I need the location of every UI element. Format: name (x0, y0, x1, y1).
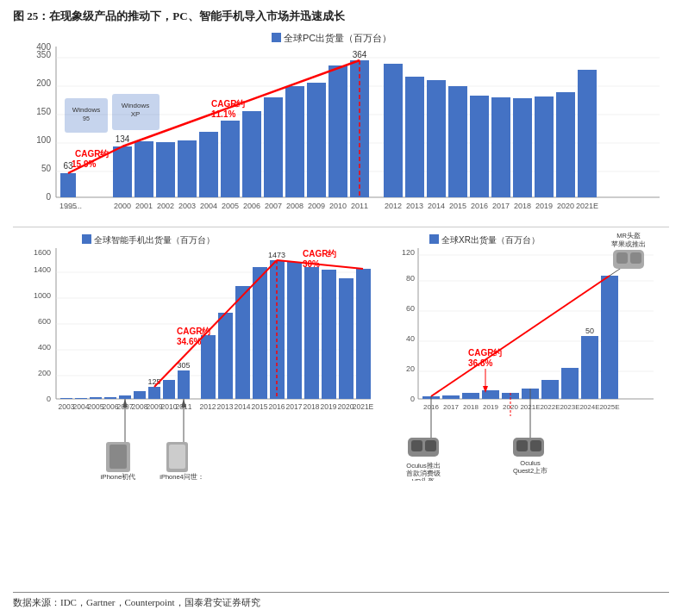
svg-rect-207 (516, 440, 528, 451)
svg-text:200: 200 (38, 369, 51, 377)
svg-text:120: 120 (402, 248, 415, 257)
svg-rect-213 (616, 252, 628, 264)
svg-text:2014: 2014 (235, 402, 251, 411)
svg-text:40: 40 (406, 334, 415, 343)
pc-chart: 全球PC出货量（百万台） 0 50 100 150 200 350 400 (13, 29, 669, 227)
svg-rect-36 (513, 98, 532, 197)
svg-rect-22 (221, 121, 240, 197)
svg-text:2006: 2006 (243, 202, 260, 210)
svg-rect-181 (601, 276, 618, 399)
svg-text:苹果或推出: 苹果或推出 (611, 240, 646, 248)
svg-text:400: 400 (36, 42, 51, 52)
svg-rect-146 (109, 445, 127, 469)
svg-text:2000: 2000 (114, 202, 131, 210)
svg-rect-106 (201, 335, 216, 399)
svg-text:2004: 2004 (200, 202, 217, 210)
svg-rect-116 (356, 269, 371, 399)
svg-text:MR头盔: MR头盔 (616, 232, 641, 240)
svg-text:Windows: Windows (122, 102, 149, 109)
svg-text:1400: 1400 (34, 265, 51, 274)
svg-rect-104 (178, 370, 190, 399)
svg-rect-99 (119, 395, 131, 399)
svg-rect-109 (253, 267, 267, 399)
svg-rect-115 (339, 278, 354, 399)
svg-rect-101 (148, 387, 160, 399)
svg-text:Quest2上市: Quest2上市 (513, 467, 547, 475)
svg-text:2020: 2020 (557, 202, 574, 210)
svg-rect-214 (630, 252, 641, 264)
svg-text:95: 95 (83, 115, 90, 121)
svg-rect-33 (448, 86, 467, 197)
svg-text:2009: 2009 (308, 202, 325, 210)
svg-rect-37 (535, 96, 554, 197)
svg-rect-19 (156, 142, 175, 197)
svg-rect-152 (169, 445, 185, 469)
svg-text:Oculus: Oculus (520, 459, 541, 467)
svg-text:1600: 1600 (34, 248, 51, 257)
svg-rect-103 (163, 380, 175, 399)
svg-text:60: 60 (406, 304, 415, 313)
svg-rect-25 (285, 86, 304, 197)
svg-text:2015: 2015 (252, 402, 268, 411)
svg-text:2022E: 2022E (540, 403, 560, 411)
svg-text:2017: 2017 (286, 402, 303, 411)
svg-rect-98 (104, 397, 116, 399)
svg-text:2016: 2016 (471, 202, 488, 210)
svg-text:2019: 2019 (483, 403, 498, 411)
svg-text:200: 200 (36, 78, 51, 88)
svg-rect-20 (178, 140, 197, 197)
svg-rect-0 (272, 33, 281, 42)
svg-text:2021E: 2021E (576, 202, 598, 210)
svg-text:2015: 2015 (449, 202, 466, 210)
svg-text:1473: 1473 (268, 251, 285, 259)
svg-text:134: 134 (116, 134, 130, 144)
svg-text:15.9%: 15.9% (72, 159, 96, 169)
svg-text:2013: 2013 (217, 402, 234, 411)
svg-text:80: 80 (406, 274, 415, 283)
svg-rect-38 (556, 92, 575, 197)
svg-text:2008: 2008 (286, 202, 303, 210)
svg-text:2011: 2011 (351, 202, 368, 210)
svg-text:0: 0 (410, 395, 415, 403)
svg-text:0: 0 (47, 395, 51, 403)
svg-text:20: 20 (406, 364, 415, 373)
svg-rect-96 (75, 398, 87, 399)
svg-text:364: 364 (353, 50, 367, 59)
xr-chart: 全球XR出货量（百万台） 0 20 40 60 80 120 (382, 231, 669, 588)
svg-text:2024E: 2024E (579, 403, 599, 411)
charts-area: 全球PC出货量（百万台） 0 50 100 150 200 350 400 (13, 29, 669, 588)
svg-text:2017: 2017 (492, 202, 510, 210)
svg-rect-39 (578, 70, 597, 197)
svg-rect-34 (470, 96, 489, 197)
svg-rect-23 (242, 111, 261, 197)
svg-rect-114 (322, 270, 336, 399)
svg-text:首款消费级: 首款消费级 (406, 470, 441, 477)
svg-text:30%: 30% (303, 259, 320, 269)
svg-text:........: ........ (65, 202, 82, 210)
svg-rect-95 (60, 398, 72, 399)
svg-text:Oculus推出: Oculus推出 (406, 462, 440, 470)
svg-text:2003: 2003 (178, 202, 196, 210)
svg-text:50: 50 (41, 164, 52, 173)
svg-text:2014: 2014 (428, 202, 445, 210)
svg-text:0: 0 (46, 192, 51, 202)
svg-text:2018: 2018 (514, 202, 531, 210)
svg-text:2017: 2017 (443, 403, 459, 411)
data-source: 数据来源：IDC，Gartner，Counterpoint，国泰君安证券研究 (13, 592, 669, 609)
svg-rect-35 (491, 97, 510, 197)
svg-rect-100 (134, 391, 146, 399)
svg-text:2023E: 2023E (560, 403, 579, 411)
svg-rect-112 (287, 262, 302, 399)
svg-rect-26 (307, 83, 326, 197)
svg-rect-178 (561, 368, 579, 399)
svg-rect-79 (82, 234, 91, 244)
svg-text:全球XR出货量（百万台）: 全球XR出货量（百万台） (441, 235, 540, 245)
svg-text:2002: 2002 (157, 202, 174, 210)
svg-text:2025E: 2025E (599, 403, 619, 411)
svg-text:150: 150 (36, 107, 51, 116)
svg-rect-18 (135, 141, 153, 197)
svg-rect-21 (199, 132, 218, 197)
svg-rect-156 (429, 234, 439, 244)
svg-text:11.1%: 11.1% (211, 109, 235, 119)
svg-rect-31 (405, 77, 424, 197)
